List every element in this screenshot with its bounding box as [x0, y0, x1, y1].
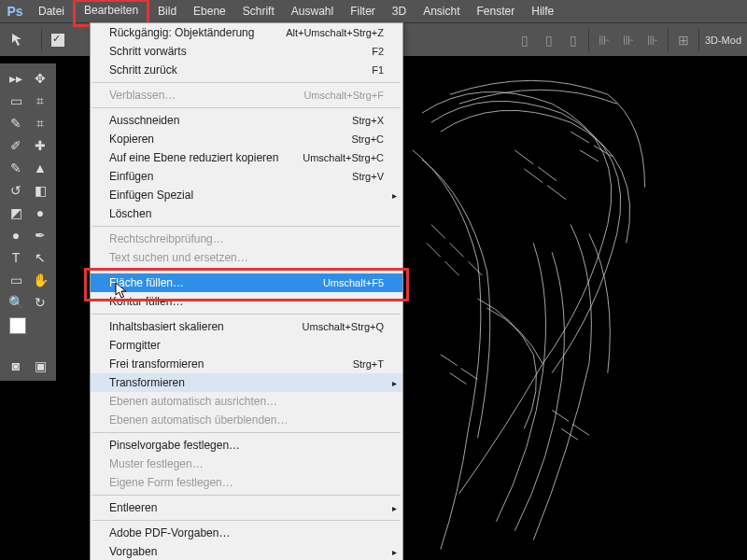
menu-spellcheck: Rechtschreibprüfung… [91, 230, 402, 248]
menu-ansicht[interactable]: Ansicht [415, 0, 468, 22]
gradient-tool[interactable]: ◩ [4, 202, 28, 224]
menu-paste[interactable]: EinfügenStrg+V [91, 167, 402, 186]
menu-define-brush[interactable]: Pinselvorgabe festlegen… [91, 436, 402, 455]
separator [588, 29, 589, 51]
brush-tool[interactable]: ✎ [4, 157, 28, 179]
menu-transform[interactable]: Transformieren [91, 373, 402, 392]
crop-tool[interactable]: ⌗ [28, 112, 52, 134]
menu-fill[interactable]: Fläche füllen…Umschalt+F5 [91, 273, 402, 292]
separator [668, 29, 669, 51]
menu-stroke[interactable]: Kontur füllen… [91, 292, 402, 311]
svg-rect-0 [403, 57, 747, 558]
separator [41, 29, 42, 51]
menu-separator [92, 270, 401, 271]
distribute-icon[interactable]: ⊪ [643, 31, 662, 49]
current-tool-icon[interactable] [6, 27, 32, 53]
menu-pdf-presets[interactable]: Adobe PDF-Vorgaben… [91, 524, 402, 542]
distribute-icon[interactable]: ⊪ [619, 31, 638, 49]
menu-step-forward[interactable]: Schritt vorwärtsF2 [91, 42, 402, 61]
eraser-tool[interactable]: ◧ [28, 179, 52, 202]
foreground-swatch[interactable] [9, 317, 26, 334]
menu-schrift[interactable]: Schrift [234, 0, 283, 22]
menu-content-aware-scale[interactable]: Inhaltsbasiert skalierenUmschalt+Strg+Q [91, 317, 402, 336]
menu-define-pattern: Muster festlegen… [91, 455, 402, 473]
distribute-icon[interactable]: ⊪ [595, 31, 613, 49]
artwork-image [403, 56, 747, 560]
menu-separator [92, 107, 401, 108]
arrange-icon[interactable]: ⊞ [674, 31, 693, 49]
edit-dropdown: Rückgängig: ObjektänderungAlt+Umschalt+S… [90, 22, 403, 560]
color-swatches[interactable] [4, 314, 52, 355]
expand-panel-icon[interactable]: ▸▸ [4, 67, 28, 90]
menu-clear[interactable]: Löschen [91, 204, 402, 223]
align-left-icon[interactable]: ▯ [515, 31, 534, 49]
document-canvas[interactable] [403, 56, 747, 560]
menu-purge[interactable]: Entleeren [91, 498, 402, 517]
lasso-tool[interactable]: ⌗ [28, 90, 52, 112]
menu-free-transform[interactable]: Frei transformierenStrg+T [91, 355, 402, 373]
align-center-icon[interactable]: ▯ [540, 31, 558, 49]
menu-separator [92, 314, 401, 315]
menu-define-shape: Eigene Form festlegen… [91, 473, 402, 492]
separator [698, 29, 699, 51]
menu-separator [92, 495, 401, 496]
menu-bild[interactable]: Bild [149, 0, 185, 22]
menu-presets[interactable]: Vorgaben [91, 542, 402, 560]
dodge-tool[interactable]: ● [4, 224, 28, 246]
menu-3d[interactable]: 3D [384, 0, 415, 22]
menu-cut[interactable]: AusschneidenStrg+X [91, 111, 402, 130]
menu-separator [92, 520, 401, 521]
menubar: Ps Datei Bearbeiten Bild Ebene Schrift A… [0, 0, 747, 22]
mode-label: 3D-Mod [705, 35, 741, 46]
menu-auswahl[interactable]: Auswahl [283, 0, 342, 22]
hand-tool[interactable]: ✋ [28, 269, 52, 291]
app-logo: Ps [0, 0, 30, 22]
path-tool[interactable]: ↖ [28, 246, 52, 269]
history-brush-tool[interactable]: ↺ [4, 179, 28, 202]
menu-puppet-warp[interactable]: Formgitter [91, 336, 402, 355]
menu-paste-special[interactable]: Einfügen Spezial [91, 186, 402, 204]
shape-tool[interactable]: ▭ [4, 269, 28, 291]
menu-separator [92, 432, 401, 433]
blur-tool[interactable]: ● [28, 202, 52, 224]
menu-filter[interactable]: Filter [342, 0, 384, 22]
pen-tool[interactable]: ✒ [28, 224, 52, 246]
align-right-icon[interactable]: ▯ [564, 31, 583, 49]
marquee-tool[interactable]: ▭ [4, 90, 28, 112]
menu-separator [92, 82, 401, 83]
quickmask-tool[interactable]: ◙ [4, 355, 28, 377]
menu-fade: Verblassen…Umschalt+Strg+F [91, 86, 402, 105]
type-tool[interactable]: T [4, 246, 28, 269]
menu-separator [92, 226, 401, 227]
menu-copy[interactable]: KopierenStrg+C [91, 130, 402, 148]
stamp-tool[interactable]: ▲ [28, 157, 52, 179]
menu-ebene[interactable]: Ebene [185, 0, 234, 22]
quick-select-tool[interactable]: ✎ [4, 112, 28, 134]
menu-hilfe[interactable]: Hilfe [523, 0, 562, 22]
menu-step-back[interactable]: Schritt zurückF1 [91, 61, 402, 79]
menu-copy-merged[interactable]: Auf eine Ebene reduziert kopierenUmschal… [91, 148, 402, 167]
move-tool[interactable]: ✥ [28, 67, 52, 90]
rotate-view-tool[interactable]: ↻ [28, 291, 52, 314]
auto-select-checkbox[interactable] [51, 34, 64, 47]
menu-undo[interactable]: Rückgängig: ObjektänderungAlt+Umschalt+S… [91, 23, 402, 42]
screen-mode-tool[interactable]: ▣ [28, 355, 52, 377]
menu-auto-blend: Ebenen automatisch überblenden… [91, 411, 402, 429]
menu-fenster[interactable]: Fenster [469, 0, 524, 22]
menu-find-replace: Text suchen und ersetzen… [91, 248, 402, 267]
tools-panel: ▸▸ ✥ ▭ ⌗ ✎ ⌗ ✐ ✚ ✎ ▲ ↺ ◧ ◩ ● ● ✒ T ↖ ▭ ✋… [0, 63, 56, 381]
zoom-tool[interactable]: 🔍 [4, 291, 28, 314]
eyedropper-tool[interactable]: ✐ [4, 134, 28, 157]
menu-auto-align: Ebenen automatisch ausrichten… [91, 392, 402, 411]
menu-datei[interactable]: Datei [30, 0, 73, 22]
heal-tool[interactable]: ✚ [28, 134, 52, 157]
